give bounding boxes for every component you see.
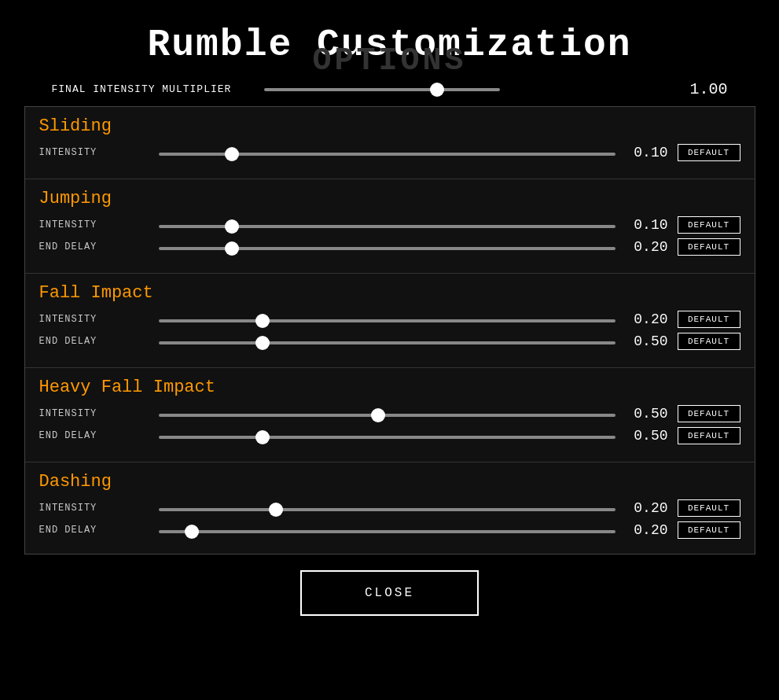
global-multiplier-label: FINAL INTENSITY MULTIPLIER	[52, 83, 256, 95]
default-button-4-0[interactable]: DEFAULT	[678, 499, 740, 517]
param-slider-wrap-3-0	[159, 407, 615, 421]
param-value-1-1: 0.20	[625, 239, 668, 255]
global-intensity-slider-container	[264, 88, 673, 91]
param-slider-1-1[interactable]	[159, 247, 615, 250]
default-button-1-0[interactable]: DEFAULT	[678, 216, 740, 234]
param-label-3-0: INTENSITY	[39, 408, 149, 419]
param-label-1-1: END DELAY	[39, 241, 149, 252]
section-title-1: Jumping	[39, 189, 740, 208]
default-button-2-0[interactable]: DEFAULT	[678, 311, 740, 328]
global-multiplier-row: FINAL INTENSITY MULTIPLIER 1.00	[52, 80, 728, 98]
default-button-2-1[interactable]: DEFAULT	[678, 333, 740, 350]
global-intensity-value: 1.00	[681, 80, 728, 98]
param-label-2-0: INTENSITY	[39, 314, 149, 325]
close-button[interactable]: CLOSE	[300, 570, 479, 616]
default-button-4-1[interactable]: DEFAULT	[678, 521, 740, 539]
param-label-0-0: INTENSITY	[39, 147, 149, 158]
default-button-1-1[interactable]: DEFAULT	[678, 238, 740, 256]
param-slider-3-0[interactable]	[159, 414, 615, 417]
section-title-3: Heavy Fall Impact	[39, 378, 740, 397]
section-fall-impact: Fall ImpactINTENSITY0.20DEFAULTEND DELAY…	[25, 274, 755, 368]
param-row-1-1: END DELAY0.20DEFAULT	[39, 238, 740, 256]
default-button-3-0[interactable]: DEFAULT	[678, 405, 740, 422]
param-row-4-0: INTENSITY0.20DEFAULT	[39, 499, 740, 517]
param-slider-4-1[interactable]	[159, 530, 615, 533]
section-heavy-fall-impact: Heavy Fall ImpactINTENSITY0.50DEFAULTEND…	[25, 368, 755, 462]
param-value-2-0: 0.20	[625, 311, 668, 327]
param-slider-wrap-2-1	[159, 334, 615, 348]
param-slider-wrap-4-0	[159, 501, 615, 515]
param-value-0-0: 0.10	[625, 145, 668, 160]
param-slider-4-0[interactable]	[159, 508, 615, 511]
param-slider-wrap-1-0	[159, 218, 615, 232]
section-jumping: JumpingINTENSITY0.10DEFAULTEND DELAY0.20…	[25, 179, 755, 274]
section-sliding: SlidingINTENSITY0.10DEFAULT	[25, 107, 755, 179]
param-row-4-1: END DELAY0.20DEFAULT	[39, 521, 740, 539]
behind-title: OPTIONS	[312, 43, 466, 79]
param-label-3-1: END DELAY	[39, 430, 149, 441]
param-label-4-0: INTENSITY	[39, 503, 149, 514]
param-slider-1-0[interactable]	[159, 225, 615, 228]
param-slider-wrap-0-0	[159, 146, 615, 160]
param-row-3-0: INTENSITY0.50DEFAULT	[39, 405, 740, 422]
param-row-2-0: INTENSITY0.20DEFAULT	[39, 311, 740, 328]
param-slider-wrap-2-0	[159, 312, 615, 326]
global-intensity-slider[interactable]	[264, 88, 500, 91]
section-title-0: Sliding	[39, 116, 740, 136]
param-label-1-0: INTENSITY	[39, 219, 149, 230]
default-button-0-0[interactable]: DEFAULT	[678, 144, 740, 161]
param-label-2-1: END DELAY	[39, 336, 149, 347]
param-slider-0-0[interactable]	[159, 153, 615, 156]
section-title-2: Fall Impact	[39, 283, 740, 303]
sections-scroll-area[interactable]: SlidingINTENSITY0.10DEFAULTJumpingINTENS…	[24, 106, 755, 554]
param-value-4-1: 0.20	[625, 522, 668, 538]
param-row-2-1: END DELAY0.50DEFAULT	[39, 333, 740, 350]
param-slider-2-1[interactable]	[159, 341, 615, 344]
param-row-0-0: INTENSITY0.10DEFAULT	[39, 144, 740, 161]
param-value-4-0: 0.20	[625, 500, 668, 516]
param-slider-2-0[interactable]	[159, 319, 615, 322]
section-dashing: DashingINTENSITY0.20DEFAULTEND DELAY0.20…	[25, 462, 755, 554]
param-value-3-0: 0.50	[625, 406, 668, 422]
param-value-1-0: 0.10	[625, 217, 668, 233]
section-title-4: Dashing	[39, 472, 740, 492]
param-row-3-1: END DELAY0.50DEFAULT	[39, 427, 740, 444]
default-button-3-1[interactable]: DEFAULT	[678, 427, 740, 444]
param-row-1-0: INTENSITY0.10DEFAULT	[39, 216, 740, 234]
param-value-2-1: 0.50	[625, 333, 668, 349]
param-slider-3-1[interactable]	[159, 436, 615, 439]
param-slider-wrap-4-1	[159, 523, 615, 537]
param-slider-wrap-1-1	[159, 240, 615, 254]
param-label-4-1: END DELAY	[39, 525, 149, 536]
param-slider-wrap-3-1	[159, 429, 615, 443]
param-value-3-1: 0.50	[625, 428, 668, 444]
